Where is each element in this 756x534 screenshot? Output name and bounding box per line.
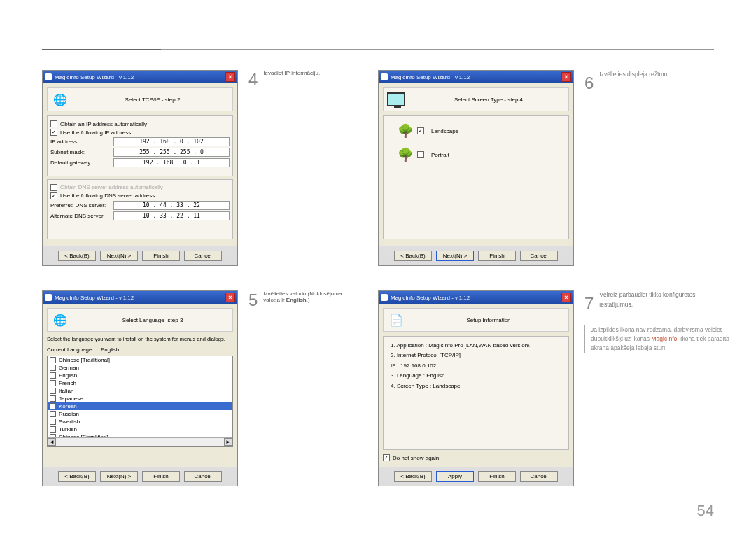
list-item[interactable]: German — [48, 364, 232, 372]
gateway-field[interactable]: 192 . 168 . 0 . 1 — [113, 158, 230, 167]
titlebar: MagicInfo Setup Wizard - v.1.12 × — [43, 291, 237, 304]
pdns-field[interactable]: 10 . 44 . 33 . 22 — [113, 201, 230, 210]
close-icon[interactable]: × — [561, 293, 571, 302]
step7-caption: 7 Vēlreiz pārbaudiet tikko konfigurētos … — [584, 290, 746, 500]
list-item[interactable]: Italian — [48, 387, 232, 395]
list-item[interactable]: Turkish — [48, 426, 232, 433]
app-icon — [381, 294, 388, 301]
subnet-field[interactable]: 255 . 255 . 255 . 0 — [113, 148, 230, 157]
dialog-step6: MagicInfo Setup Wizard - v.1.12 × Select… — [378, 70, 574, 266]
step5-caption: 5 Izvēlieties valodu (Noklusējuma valoda… — [248, 290, 368, 500]
checkbox-lang[interactable] — [50, 403, 56, 409]
list-item[interactable]: Japanese — [48, 395, 232, 402]
app-icon — [45, 294, 52, 301]
globe-icon: 🌐 — [50, 91, 70, 108]
tree-icon: 🌳 — [398, 147, 413, 162]
titlebar: MagicInfo Setup Wizard - v.1.12 × — [43, 71, 237, 83]
pdns-label: Preferred DNS server: — [50, 202, 113, 209]
next-button[interactable]: Next(N) > — [100, 251, 138, 261]
list-item[interactable]: Russian — [48, 410, 232, 418]
apply-button[interactable]: Apply — [436, 471, 474, 482]
close-icon[interactable]: × — [225, 72, 235, 82]
cancel-button[interactable]: Cancel — [520, 251, 558, 261]
checkbox-lang[interactable] — [50, 357, 56, 363]
cancel-button[interactable]: Cancel — [520, 471, 558, 482]
back-button[interactable]: < Back(B) — [58, 471, 96, 482]
scroll-track[interactable] — [56, 438, 224, 446]
checkbox-lang[interactable] — [50, 365, 56, 371]
app-icon — [381, 73, 388, 80]
checkbox-lang[interactable] — [50, 426, 56, 433]
language-hint: Select the language you want to install … — [47, 336, 233, 342]
step-header: 🌐 Select Language -step 3 — [47, 308, 233, 332]
info-protocol: 2. Internet Protocol [TCP/IP] — [391, 351, 561, 360]
subnet-label: Subnet mask: — [50, 149, 113, 155]
finish-button[interactable]: Finish — [142, 251, 180, 261]
finish-button[interactable]: Finish — [142, 471, 180, 482]
window-title: MagicInfo Setup Wizard - v.1.12 — [391, 74, 470, 80]
checkbox-use-dns[interactable]: ✓ — [50, 192, 57, 199]
checkbox-lang[interactable] — [50, 380, 56, 386]
note: Ja izpildes ikona nav redzama, darbvirsm… — [584, 325, 746, 352]
checkbox-lang[interactable] — [50, 411, 56, 417]
app-icon — [45, 73, 52, 80]
step4-caption: 4 Ievadiet IP informāciju. — [248, 70, 368, 280]
checkbox-use-following[interactable]: ✓ — [50, 129, 57, 136]
step-header: Select Screen Type - step 4 — [383, 87, 569, 111]
window-title: MagicInfo Setup Wizard - v.1.12 — [391, 295, 470, 301]
close-icon[interactable]: × — [225, 293, 235, 302]
globe-icon: 🌐 — [50, 311, 70, 328]
checkbox-lang[interactable] — [50, 395, 56, 402]
scroll-right-icon[interactable]: ► — [224, 438, 232, 446]
dialog-step4: MagicInfo Setup Wizard - v.1.12 × 🌐 Sele… — [42, 70, 238, 266]
titlebar: MagicInfo Setup Wizard - v.1.12 × — [379, 291, 573, 304]
next-button[interactable]: Next(N) > — [100, 471, 138, 482]
checkbox-lang[interactable] — [50, 419, 56, 425]
back-button[interactable]: < Back(B) — [394, 471, 432, 482]
checkbox-obtain-auto[interactable] — [50, 120, 57, 127]
window-title: MagicInfo Setup Wizard - v.1.12 — [55, 295, 134, 301]
monitor-icon — [386, 91, 406, 108]
list-item[interactable]: Swedish — [48, 418, 232, 426]
list-item[interactable]: Korean — [48, 402, 232, 410]
ip-field[interactable]: 192 . 168 . 0 . 102 — [113, 137, 230, 146]
adns-field[interactable]: 10 . 33 . 22 . 11 — [113, 211, 230, 220]
checkbox-landscape[interactable]: ✓ — [417, 127, 424, 134]
tree-icon: 🌳 — [398, 123, 413, 139]
language-list[interactable]: Chinese [Traditional]GermanEnglishFrench… — [47, 356, 233, 447]
back-button[interactable]: < Back(B) — [58, 251, 96, 261]
finish-button[interactable]: Finish — [478, 251, 516, 261]
checkbox-dont-show[interactable]: ✓ — [383, 454, 390, 461]
checkbox-obtain-dns — [50, 184, 57, 191]
step6-caption: 6 Izvēlieties displeja režīmu. — [584, 70, 746, 280]
next-button[interactable]: Next(N) > — [436, 251, 474, 261]
list-item[interactable]: English — [48, 372, 232, 379]
checkbox-lang[interactable] — [50, 388, 56, 394]
close-icon[interactable]: × — [561, 72, 571, 82]
checkbox-portrait[interactable] — [417, 151, 424, 158]
back-button[interactable]: < Back(B) — [394, 251, 432, 261]
info-screentype: 4. Screen Type : Landscape — [391, 381, 561, 391]
document-icon: 📄 — [386, 311, 406, 328]
titlebar: MagicInfo Setup Wizard - v.1.12 × — [379, 71, 573, 83]
dialog-step7: MagicInfo Setup Wizard - v.1.12 × 📄 Setu… — [378, 290, 574, 486]
cancel-button[interactable]: Cancel — [184, 251, 222, 261]
step-header: 🌐 Select TCP/IP - step 2 — [47, 87, 233, 111]
cancel-button[interactable]: Cancel — [184, 471, 222, 482]
gateway-label: Default gateway: — [50, 160, 113, 166]
info-application: 1. Application : MagicInfo Pro [LAN,WAN … — [391, 341, 561, 351]
dialog-step5: MagicInfo Setup Wizard - v.1.12 × 🌐 Sele… — [42, 290, 238, 486]
page-number: 54 — [697, 502, 714, 520]
window-title: MagicInfo Setup Wizard - v.1.12 — [55, 74, 134, 80]
list-item[interactable]: Chinese [Traditional] — [48, 356, 232, 364]
scroll-left-icon[interactable]: ◄ — [48, 438, 56, 446]
info-ip: IP : 192.168.0.102 — [391, 361, 561, 371]
ip-label: IP address: — [50, 139, 113, 145]
checkbox-lang[interactable] — [50, 372, 56, 379]
info-language: 3. Language : English — [391, 371, 561, 381]
finish-button[interactable]: Finish — [478, 471, 516, 482]
adns-label: Alternate DNS server: — [50, 213, 113, 219]
step-header: 📄 Setup Information — [383, 308, 569, 332]
page-header-accent — [42, 49, 161, 50]
list-item[interactable]: French — [48, 379, 232, 387]
